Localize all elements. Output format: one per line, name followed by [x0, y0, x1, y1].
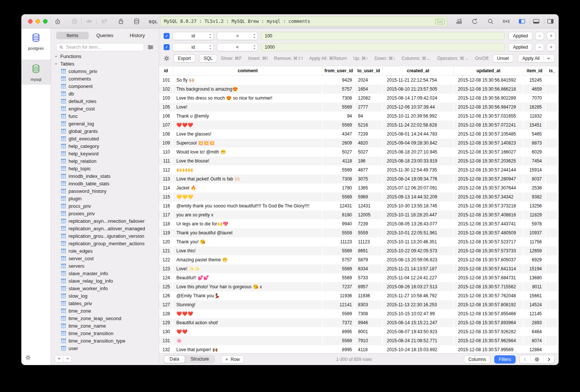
table-row[interactable]: 130❤️❤️899590012015-08-07 19:43:50.92320…: [159, 327, 559, 336]
table-row[interactable]: 131🌸556979102015-08-24 21:08:52.7712015-…: [159, 336, 559, 345]
sidebar-item-table[interactable]: replication_asyn...nnection_failover: [51, 217, 159, 225]
table-row[interactable]: 124Beautiful!! 💕💕556957332015-11-04 12:2…: [159, 273, 559, 282]
sidebar-item-table[interactable]: default_roles: [51, 97, 159, 105]
search-icon[interactable]: [487, 18, 494, 25]
sidebar-item-table[interactable]: general_log: [51, 120, 159, 127]
sidebar-item-table[interactable]: columns_priv: [51, 67, 159, 75]
sidebar-item-table[interactable]: time_zone_name: [51, 322, 159, 329]
filter-operator-select[interactable]: <: [217, 43, 258, 51]
sidebar-item-table[interactable]: innodb_index_stats: [51, 172, 159, 180]
sidebar-item-table[interactable]: help_keyword: [51, 150, 159, 157]
sidebar-item-table[interactable]: func: [51, 112, 159, 120]
sidebar-item-table[interactable]: comments: [51, 75, 159, 82]
unset-button[interactable]: Unset: [493, 54, 513, 63]
table-row[interactable]: 113Love that jacket! Outfit is fab 🙌🏻730…: [159, 174, 559, 183]
table-row[interactable]: 129Beautiful action shot!737299462015-08…: [159, 318, 559, 327]
filter-value-input[interactable]: [261, 32, 505, 40]
filter-add-button[interactable]: +: [547, 43, 556, 51]
sidebar-item-table[interactable]: procs_priv: [51, 202, 159, 210]
table-row[interactable]: 121Love this!556986912015-10-22 09:42:05…: [159, 246, 559, 255]
sidebar-item-table[interactable]: slave_relay_log_info: [51, 277, 159, 285]
table-row[interactable]: 120Thank you! 😘11123111232015-10-11 13:2…: [159, 237, 559, 246]
column-header-comment[interactable]: comment: [173, 66, 323, 75]
tab-items[interactable]: Items: [56, 32, 89, 39]
next-page-button[interactable]: [544, 355, 554, 363]
sidebar-item-table[interactable]: innodb_table_stats: [51, 180, 159, 187]
sidebar-item-table[interactable]: time_zone_transition: [51, 329, 159, 337]
sidebar-item-table[interactable]: replication_grou...iguration_version: [51, 232, 159, 240]
tree-section-tables[interactable]: Tables: [51, 60, 159, 67]
table-row[interactable]: 115💛💛💛556959692015-09-13 14:44:32.209201…: [159, 192, 559, 201]
sidebar-item-table[interactable]: global_grants: [51, 127, 159, 135]
table-settings-button[interactable]: [531, 355, 543, 363]
filter-applied-button[interactable]: Applied: [508, 43, 532, 51]
fit-width-icon[interactable]: [503, 18, 510, 25]
table-row[interactable]: 110Would love to! @mith 😁502750272015-08…: [159, 148, 559, 157]
sidebar-item-table[interactable]: time_zone_transition_type: [51, 337, 159, 344]
filter-remove-button[interactable]: −: [535, 32, 544, 40]
close-window-button[interactable]: [28, 19, 33, 24]
zoom-window-button[interactable]: [43, 19, 48, 24]
table-row[interactable]: 127Stunning!1214183032015-11-13 22:30:16…: [159, 300, 559, 309]
lock-icon[interactable]: [118, 18, 124, 25]
process-chart-icon[interactable]: [456, 18, 462, 25]
table-row[interactable]: 105Love!556927772015-12-06 10:37:39.4420…: [159, 103, 559, 112]
sidebar-item-table[interactable]: db: [51, 90, 159, 97]
table-row[interactable]: 132Love that jumper! 🙌🏾899541182015-10-2…: [159, 345, 559, 353]
column-header-updated_at[interactable]: updated_at: [454, 66, 523, 75]
preview-eye-icon[interactable]: [86, 18, 92, 25]
table-row[interactable]: 122Amazing pastel theme 😁575758792015-08…: [159, 255, 559, 264]
sidebar-item-table[interactable]: component: [51, 82, 159, 90]
table-row[interactable]: 108Love the glasses!434772392015-08-01 1…: [159, 130, 559, 139]
add-row-button[interactable]: + Row: [221, 355, 244, 364]
table-row[interactable]: 119Thank you beautiful @laurel5559555920…: [159, 228, 559, 237]
filter-column-select[interactable]: id: [173, 32, 214, 40]
sidebar-item-table[interactable]: replication_group_member_actions: [51, 240, 159, 247]
sidebar-item-table[interactable]: replication_asyn...ailover_managed: [51, 225, 159, 232]
sidebar-item-table[interactable]: slave_worker_info: [51, 285, 159, 292]
table-row[interactable]: 126@Emily Thank you💃🏿11936119362015-11-2…: [159, 291, 559, 300]
sidebar-item-table[interactable]: help_topic: [51, 165, 159, 172]
toggle-bottom-panel-icon[interactable]: [533, 18, 540, 25]
table-row[interactable]: 116@emily thank you soooo much beautiful…: [159, 201, 559, 210]
database-icon[interactable]: [133, 18, 140, 25]
sidebar-item-table[interactable]: slave_master_info: [51, 270, 159, 277]
table-row[interactable]: 102This background is amazing😍5757165420…: [159, 85, 559, 94]
sidebar-item-table[interactable]: help_category: [51, 142, 159, 150]
filter-add-button[interactable]: +: [547, 32, 556, 40]
table-row[interactable]: 103Love this dress so much 😍 so nice for…: [159, 94, 559, 103]
table-row[interactable]: 112🙌🙌🙌556948772015-11-30 12:54:49.735201…: [159, 165, 559, 174]
tab-structure[interactable]: Structure: [185, 355, 215, 363]
sidebar-item-table[interactable]: gtid_executed: [51, 135, 159, 142]
sidebar-item-table[interactable]: time_zone_leap_second: [51, 314, 159, 322]
disconnect-icon[interactable]: [71, 18, 78, 25]
sidebar-item-table[interactable]: user: [51, 344, 159, 352]
sql-button[interactable]: SQL: [199, 54, 217, 63]
tab-queries[interactable]: Queries: [89, 32, 121, 39]
sql-editor-button[interactable]: SQL: [149, 19, 158, 24]
table-row[interactable]: 107❤️❤️❤️556952162015-11-24 22:02:58.828…: [159, 121, 559, 130]
prev-page-button[interactable]: [520, 355, 530, 363]
sidebar-item-table[interactable]: tables_priv: [51, 300, 159, 307]
table-row[interactable]: 125Love this photo! Your hair is gorgeou…: [159, 282, 559, 291]
sidebar-item-table[interactable]: help_relation: [51, 157, 159, 165]
filter-column-select[interactable]: id: [173, 43, 214, 51]
add-item-button[interactable]: +: [55, 355, 63, 362]
search-input[interactable]: [65, 44, 141, 50]
sidebar-item-table[interactable]: password_history: [51, 187, 159, 195]
column-header-id[interactable]: id: [159, 66, 173, 75]
add-item-menu-button[interactable]: [63, 355, 72, 362]
filter-operator-select[interactable]: >: [217, 32, 258, 40]
refresh-icon[interactable]: [471, 18, 478, 25]
toggle-left-panel-icon[interactable]: [519, 18, 525, 25]
table-row[interactable]: 101So fly 🙌🏼942920242015-11-21 22:12:54.…: [159, 76, 559, 85]
column-header-is_[interactable]: is_: [546, 66, 559, 75]
filter-settings-button[interactable]: [164, 55, 170, 61]
filter-applied-button[interactable]: Applied: [508, 32, 532, 40]
connection-mysql[interactable]: mysql: [21, 60, 51, 85]
table-row[interactable]: 117you are so pretty x8180120052015-10-1…: [159, 210, 559, 219]
column-header-to_user_id[interactable]: to_user_id: [355, 66, 383, 75]
minimize-window-button[interactable]: [36, 19, 40, 24]
table-row[interactable]: 114Jacket 🔥178013652015-07-12 06:20:07.0…: [159, 183, 559, 192]
table-row[interactable]: 106Thank u @emily94942015-10-11 20:39:56…: [159, 112, 559, 121]
